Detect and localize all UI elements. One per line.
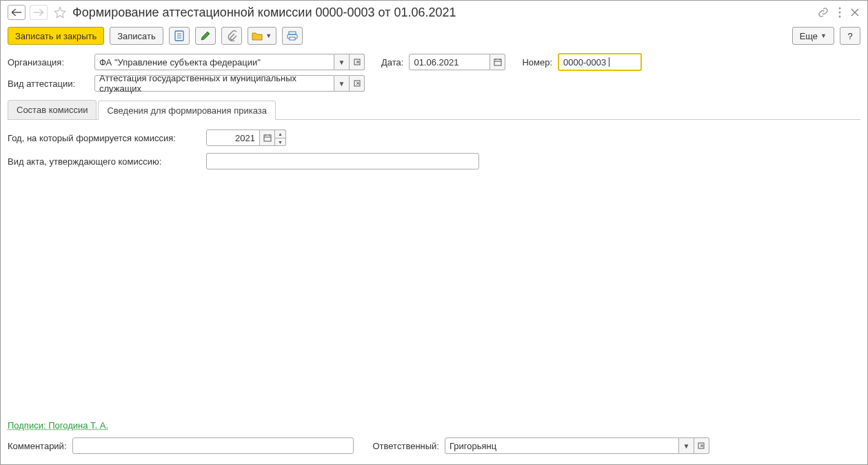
year-field-group: 2021 ▲ ▼: [206, 130, 286, 146]
number-value: 0000-0003: [563, 57, 606, 68]
attestation-type-field[interactable]: Аттестация государственных и муниципальн…: [94, 75, 334, 92]
svg-rect-15: [354, 81, 360, 86]
responsible-open-button[interactable]: [694, 437, 709, 454]
link-icon[interactable]: [816, 6, 830, 19]
attestation-type-label: Вид аттестации:: [8, 79, 89, 89]
open-icon: [698, 442, 705, 449]
date-picker-button[interactable]: [490, 54, 505, 70]
svg-point-0: [839, 8, 841, 10]
arrow-right-icon: [34, 9, 43, 16]
year-decrement-button[interactable]: ▼: [275, 138, 286, 146]
signatures-link[interactable]: Подписи: Погодина Т. А.: [1, 417, 867, 433]
act-type-field[interactable]: [206, 153, 479, 169]
kebab-menu-icon[interactable]: [837, 6, 842, 19]
svg-rect-11: [494, 59, 501, 65]
folder-dropdown-button[interactable]: ▼: [248, 27, 276, 45]
tab-composition[interactable]: Состав комиссии: [8, 100, 97, 119]
caret-down-icon: ▼: [265, 32, 272, 39]
comment-label: Комментарий:: [8, 441, 67, 451]
attestation-type-open-button[interactable]: [350, 75, 365, 92]
calendar-icon: [263, 134, 272, 142]
number-label: Номер:: [522, 57, 552, 68]
save-button[interactable]: Записать: [110, 27, 163, 45]
page-title: Формирование аттестационной комиссии 000…: [72, 6, 456, 20]
organization-field[interactable]: ФА "Управление субъекта федерации": [94, 54, 334, 70]
help-button[interactable]: ?: [840, 27, 860, 45]
save-and-close-button[interactable]: Записать и закрыть: [8, 27, 104, 45]
svg-rect-20: [698, 443, 704, 448]
date-label: Дата:: [381, 57, 403, 68]
form-header: Организация: ФА "Управление субъекта фед…: [1, 52, 867, 97]
open-icon: [354, 59, 361, 65]
year-field[interactable]: 2021: [206, 130, 260, 146]
tabs: Состав комиссии Сведения для формировани…: [8, 100, 860, 120]
svg-point-2: [839, 16, 841, 18]
responsible-field-group: Григорьянц ▼: [445, 437, 709, 454]
attach-button[interactable]: [221, 27, 242, 45]
nav-back-button[interactable]: [8, 5, 26, 20]
arrow-left-icon: [12, 9, 21, 16]
more-button-label: Еще: [800, 31, 818, 41]
document-button[interactable]: [169, 27, 190, 45]
text-cursor: [609, 57, 609, 67]
date-field-group: 01.06.2021: [409, 54, 505, 70]
footer: Комментарий: Ответственный: Григорьянц ▼: [1, 433, 867, 461]
printer-icon: [287, 31, 298, 41]
act-type-label: Вид акта, утверждающего комиссию:: [8, 156, 201, 167]
svg-rect-9: [290, 37, 295, 40]
svg-point-1: [839, 12, 841, 14]
toolbar: Записать и закрыть Записать ▼ Еще ▼ ?: [1, 24, 867, 52]
responsible-dropdown-button[interactable]: ▼: [679, 437, 694, 454]
svg-rect-7: [289, 32, 296, 34]
attestation-type-dropdown-button[interactable]: ▼: [334, 75, 350, 92]
svg-rect-16: [264, 135, 271, 141]
calendar-icon: [494, 58, 502, 66]
responsible-label: Ответственный:: [373, 441, 439, 451]
nav-forward-button[interactable]: [30, 5, 48, 20]
close-icon[interactable]: [849, 7, 860, 18]
tab-body: Год, на который формируется комиссия: 20…: [1, 120, 867, 417]
more-button[interactable]: Еще ▼: [792, 27, 834, 45]
titlebar: Формирование аттестационной комиссии 000…: [1, 1, 867, 24]
favorite-star-icon[interactable]: [53, 6, 67, 19]
year-calendar-button[interactable]: [260, 130, 275, 146]
year-label: Год, на который формируется комиссия:: [8, 133, 201, 143]
organization-field-group: ФА "Управление субъекта федерации" ▼: [94, 54, 365, 70]
open-icon: [354, 80, 361, 87]
year-spinner: ▲ ▼: [275, 130, 286, 146]
svg-rect-10: [354, 59, 360, 65]
caret-down-icon: ▼: [820, 32, 827, 39]
number-field[interactable]: 0000-0003: [558, 53, 642, 71]
comment-field[interactable]: [72, 437, 354, 454]
pencil-icon: [200, 30, 211, 41]
responsible-field[interactable]: Григорьянц: [445, 437, 679, 454]
folder-icon: [252, 31, 263, 41]
organization-dropdown-button[interactable]: ▼: [334, 54, 350, 70]
edit-button[interactable]: [195, 27, 216, 45]
document-icon: [174, 30, 184, 41]
year-increment-button[interactable]: ▲: [275, 130, 286, 138]
organization-open-button[interactable]: [350, 54, 365, 70]
attestation-type-field-group: Аттестация государственных и муниципальн…: [94, 75, 365, 92]
print-button[interactable]: [282, 27, 303, 45]
paperclip-icon: [227, 30, 236, 41]
date-field[interactable]: 01.06.2021: [409, 54, 490, 70]
organization-label: Организация:: [8, 57, 89, 68]
tab-order-info[interactable]: Сведения для формирования приказа: [98, 101, 276, 120]
